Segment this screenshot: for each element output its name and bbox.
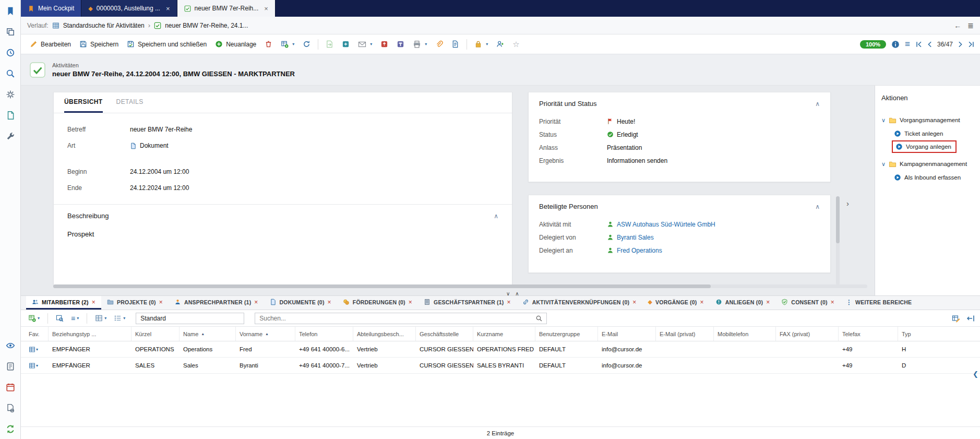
- app-link-button[interactable]: [338, 38, 353, 50]
- column-header[interactable]: Telefax: [839, 327, 898, 341]
- search-icon[interactable]: [6, 69, 15, 78]
- next-record-icon[interactable]: [957, 41, 964, 48]
- close-icon[interactable]: ×: [409, 299, 412, 306]
- tab-mitarbeiter[interactable]: MITARBEITER (2) ×: [26, 296, 101, 310]
- tab-uebersicht[interactable]: ÜBERSICHT: [64, 92, 103, 113]
- aktivitaet-mit-link[interactable]: ASW Autohaus Süd-Würtele GmbH: [617, 221, 715, 228]
- notes-icon[interactable]: [6, 362, 15, 371]
- column-header[interactable]: Typ: [898, 327, 980, 341]
- tab-vorgaenge[interactable]: ◆ VORGÄNGE (0) ×: [642, 296, 709, 310]
- print-button[interactable]: ▾: [409, 38, 431, 51]
- column-header[interactable]: Kürzel: [132, 327, 180, 341]
- column-header[interactable]: Name▲: [180, 327, 236, 341]
- teams-button[interactable]: [393, 38, 408, 50]
- column-header[interactable]: Fav.: [25, 327, 49, 341]
- close-icon[interactable]: ×: [159, 299, 163, 306]
- column-header[interactable]: E-Mail: [598, 327, 656, 341]
- close-icon[interactable]: ×: [264, 5, 268, 13]
- tab-weitere-bereiche[interactable]: ⋮ WEITERE BEREICHE: [840, 296, 917, 310]
- menu-icon[interactable]: ≡: [905, 39, 910, 50]
- bearbeiten-button[interactable]: Bearbeiten: [26, 38, 75, 50]
- neuanlage-button[interactable]: Neuanlage: [211, 38, 260, 50]
- grid-search-button[interactable]: [54, 313, 66, 324]
- column-header[interactable]: Beziehungstyp ...: [49, 327, 132, 341]
- bookmark-icon[interactable]: [6, 6, 15, 16]
- window-tab-aktivitaet[interactable]: neuer BMW 7er-Reih... ×: [177, 0, 276, 17]
- column-header[interactable]: Abteilungsbesch...: [353, 327, 416, 341]
- delegiert-von-link[interactable]: Byranti Sales: [617, 234, 654, 241]
- grid-menu-button[interactable]: ≡ ▾: [69, 313, 81, 324]
- tab-projekte[interactable]: PROJEKTE (0) ×: [101, 296, 169, 310]
- row-menu-cell[interactable]: ▾: [25, 341, 49, 357]
- edit-grid-icon[interactable]: [952, 314, 960, 323]
- tab-geschaeftspartner[interactable]: GESCHÄFTSPARTNER (1) ×: [418, 296, 517, 310]
- info-icon[interactable]: [891, 40, 900, 49]
- close-icon[interactable]: ×: [766, 299, 770, 306]
- action-als-inbound-erfassen[interactable]: Als Inbound erfassen: [894, 171, 974, 184]
- action-group-vorgangsmanagement[interactable]: ∨ Vorgangsmanagement: [881, 113, 974, 127]
- tab-anliegen[interactable]: ANLIEGEN (0) ×: [710, 296, 776, 310]
- expand-panel-icon[interactable]: ›: [846, 199, 849, 208]
- speichern-und-schliessen-button[interactable]: Speichern und schließen: [123, 38, 210, 50]
- history-icon[interactable]: [6, 48, 15, 57]
- collapse-right-panel-icon[interactable]: ❮: [973, 370, 978, 378]
- back-icon[interactable]: ←: [954, 21, 961, 30]
- close-icon[interactable]: ×: [92, 299, 95, 306]
- column-header[interactable]: Kurzname: [473, 327, 535, 341]
- gear-icon[interactable]: [6, 90, 15, 99]
- delegiert-an-link[interactable]: Fred Operations: [617, 247, 662, 254]
- delete-button[interactable]: [261, 38, 276, 50]
- collapse-panel-icon[interactable]: [966, 314, 975, 323]
- breadcrumb-level1[interactable]: Standardsuche für Aktivitäten: [63, 22, 145, 29]
- layout-menu-icon[interactable]: ≣: [967, 21, 974, 30]
- last-record-icon[interactable]: [967, 41, 975, 48]
- tab-aktivitaetenverknuepfungen[interactable]: AKTIVITÄTENVERKNÜPFUNGEN (0) ×: [517, 296, 642, 310]
- wrench-icon[interactable]: [6, 132, 15, 141]
- close-icon[interactable]: ×: [254, 299, 258, 306]
- collapse-section-icon[interactable]: ∧: [494, 212, 498, 220]
- search-input[interactable]: [255, 313, 547, 324]
- grid-view-button[interactable]: ▾: [93, 313, 109, 324]
- table-row[interactable]: ▾ EMPFÄNGER OPERATIONS Operations Fred +…: [21, 341, 980, 358]
- table-row[interactable]: ▾ EMPFÄNGER SALES Sales Byranti +49 641 …: [21, 358, 980, 374]
- tab-dokumente[interactable]: DOKUMENTE (0) ×: [264, 296, 337, 310]
- document-export-button[interactable]: [448, 38, 463, 50]
- search-icon[interactable]: [535, 315, 543, 322]
- quick-view-icon[interactable]: [6, 341, 15, 350]
- document-settings-icon[interactable]: [6, 404, 15, 413]
- column-header[interactable]: FAX (privat): [776, 327, 839, 341]
- breadcrumb-level2[interactable]: neuer BMW 7er-Reihe, 24.1...: [165, 22, 248, 29]
- tab-details[interactable]: DETAILS: [116, 92, 144, 113]
- favorite-button[interactable]: ☆: [509, 38, 523, 51]
- collapse-up-icon[interactable]: ∧: [515, 291, 519, 296]
- first-record-icon[interactable]: [915, 41, 923, 48]
- list-view-button[interactable]: ▾: [112, 313, 127, 324]
- column-header[interactable]: Telefon: [295, 327, 353, 341]
- previous-record-icon[interactable]: [926, 41, 934, 48]
- collapse-section-icon[interactable]: ∧: [815, 203, 820, 210]
- close-icon[interactable]: ×: [166, 5, 170, 13]
- crm-export-button[interactable]: [377, 38, 392, 50]
- tab-foerderungen[interactable]: FÖRDERUNGEN (0) ×: [337, 296, 418, 310]
- zoom-badge[interactable]: 100%: [860, 40, 886, 49]
- document-icon[interactable]: [6, 111, 15, 120]
- tab-consent[interactable]: CONSENT (0) ×: [775, 296, 840, 310]
- window-tab-mein-cockpit[interactable]: Mein Cockpit: [21, 0, 81, 17]
- close-icon[interactable]: ×: [507, 299, 511, 306]
- view-selector-input[interactable]: [136, 313, 244, 324]
- horizontal-scrollbar[interactable]: [53, 284, 867, 288]
- collapse-section-icon[interactable]: ∧: [815, 100, 820, 108]
- refresh-button[interactable]: [299, 38, 314, 50]
- action-vorgang-anlegen[interactable]: Vorgang anlegen: [892, 140, 957, 153]
- column-header[interactable]: Mobiltelefon: [714, 327, 776, 341]
- sync-icon[interactable]: [6, 424, 15, 434]
- windows-icon[interactable]: [6, 27, 15, 37]
- column-header[interactable]: Benutzergruppe: [535, 327, 598, 341]
- assign-user-button[interactable]: [493, 38, 508, 50]
- export-button[interactable]: [322, 38, 337, 50]
- action-group-kampagnenmanagement[interactable]: ∨ Kampagnenmanagement: [881, 157, 974, 171]
- column-header[interactable]: Vorname▲: [236, 327, 295, 341]
- action-ticket-anlegen[interactable]: Ticket anlegen: [894, 127, 974, 140]
- vertical-scrollbar[interactable]: [836, 196, 840, 285]
- column-header[interactable]: Geschäftsstelle: [416, 327, 473, 341]
